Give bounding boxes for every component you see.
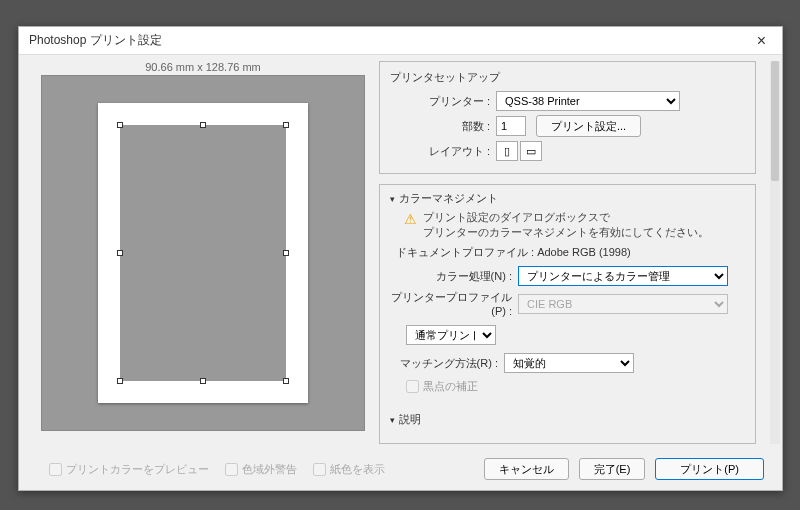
printer-select[interactable]: QSS-38 Printer (496, 91, 680, 111)
handle-bl[interactable] (117, 378, 123, 384)
color-handling-select[interactable]: プリンターによるカラー管理 (518, 266, 728, 286)
render-intent-select[interactable]: 知覚的 (504, 353, 634, 373)
warning-text-2: プリンターのカラーマネジメントを有効にしてください。 (423, 226, 709, 238)
color-management-panel: ▾ カラーマネジメント ⚠ プリント設定のダイアログボックスで プリンターのカラ… (379, 184, 756, 444)
preview-pane: 90.66 mm x 128.76 mm (19, 55, 373, 450)
preview-area (41, 75, 365, 431)
preview-colors-checkbox (49, 463, 62, 476)
black-point-checkbox-row: 黒点の補正 (406, 379, 745, 394)
handle-tl[interactable] (117, 122, 123, 128)
normal-print-select[interactable]: 通常プリント (406, 325, 496, 345)
printer-label: プリンター : (390, 94, 490, 109)
warning-text-1: プリント設定のダイアログボックスで (423, 211, 610, 223)
black-point-checkbox (406, 380, 419, 393)
print-settings-button[interactable]: プリント設定... (536, 115, 641, 137)
black-point-label: 黒点の補正 (423, 379, 478, 394)
dimensions-label: 90.66 mm x 128.76 mm (41, 61, 365, 73)
render-intent-label: マッチング方法(R) : (390, 356, 498, 371)
handle-bc[interactable] (200, 378, 206, 384)
cancel-button[interactable]: キャンセル (484, 458, 569, 480)
titlebar: Photoshop プリント設定 × (19, 27, 782, 55)
warning-row: ⚠ プリント設定のダイアログボックスで プリンターのカラーマネジメントを有効にし… (404, 210, 745, 239)
scrollbar[interactable] (770, 61, 780, 444)
handle-lc[interactable] (117, 250, 123, 256)
page-preview[interactable] (98, 103, 308, 403)
chevron-down-icon: ▾ (390, 194, 395, 204)
gamut-warning-checkbox (225, 463, 238, 476)
print-dialog: Photoshop プリント設定 × 90.66 mm x 128.76 mm (18, 26, 783, 491)
preview-colors-checkbox-row: プリントカラーをプレビュー (49, 462, 209, 477)
show-paper-checkbox (313, 463, 326, 476)
handle-br[interactable] (283, 378, 289, 384)
copies-label: 部数 : (390, 119, 490, 134)
show-paper-checkbox-row: 紙色を表示 (313, 462, 385, 477)
doc-profile-label: ドキュメントプロファイル : Adobe RGB (1998) (396, 245, 745, 260)
orientation-portrait-icon[interactable]: ▯ (496, 141, 518, 161)
copies-input[interactable] (496, 116, 526, 136)
dialog-title: Photoshop プリント設定 (29, 32, 162, 49)
done-button[interactable]: 完了(E) (579, 458, 646, 480)
description-heading-row[interactable]: ▾ 説明 (390, 412, 745, 427)
printer-setup-panel: プリンタセットアップ プリンター : QSS-38 Printer 部数 : プ… (379, 61, 756, 174)
print-button[interactable]: プリント(P) (655, 458, 764, 480)
printer-setup-heading: プリンタセットアップ (390, 70, 745, 85)
orientation-landscape-icon[interactable]: ▭ (520, 141, 542, 161)
description-heading: 説明 (399, 412, 421, 427)
color-mgmt-heading-row[interactable]: ▾ カラーマネジメント (390, 191, 745, 206)
color-handling-label: カラー処理(N) : (390, 269, 512, 284)
scroll-thumb[interactable] (771, 61, 779, 181)
handle-tc[interactable] (200, 122, 206, 128)
handle-rc[interactable] (283, 250, 289, 256)
content-rect (120, 125, 286, 381)
warning-icon: ⚠ (404, 210, 417, 230)
handle-tr[interactable] (283, 122, 289, 128)
close-icon[interactable]: × (751, 32, 772, 50)
color-mgmt-heading: カラーマネジメント (399, 191, 498, 206)
footer: プリントカラーをプレビュー 色域外警告 紙色を表示 キャンセル 完了(E) プリ… (19, 448, 782, 490)
gamut-warning-checkbox-row: 色域外警告 (225, 462, 297, 477)
printer-profile-select: CIE RGB (518, 294, 728, 314)
chevron-down-icon: ▾ (390, 415, 395, 425)
printer-profile-label: プリンタープロファイル(P) : (390, 290, 512, 317)
layout-label: レイアウト : (390, 144, 490, 159)
